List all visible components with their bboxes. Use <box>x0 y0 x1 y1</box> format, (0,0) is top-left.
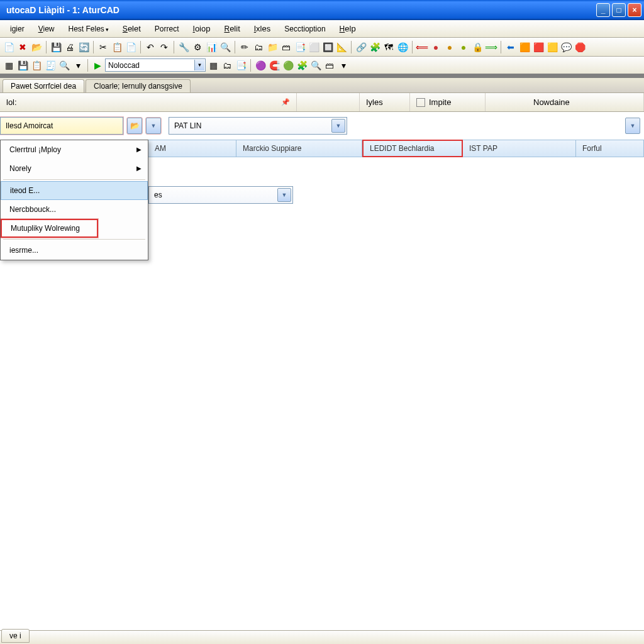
right-combo-value: PAT LIN <box>174 121 201 130</box>
menu-divider <box>3 239 145 240</box>
tool-ball3-icon[interactable]: ● <box>457 41 470 53</box>
filter-pin-icon[interactable]: 📌 <box>281 98 290 106</box>
secondary-combo[interactable]: es ▼ <box>148 186 293 204</box>
tool-nav2-icon[interactable]: ⟹ <box>485 41 497 53</box>
tool-cut-icon[interactable]: ✂ <box>97 41 109 53</box>
tool-save-icon[interactable]: 💾 <box>50 41 62 53</box>
tb2-icon2[interactable]: 💾 <box>16 59 29 72</box>
tool-nav5-icon[interactable]: 🟥 <box>532 41 545 53</box>
menu-item-clerrtrul[interactable]: Clerrtrul ¡Mploy▶ <box>1 140 148 159</box>
tool-misc2-icon[interactable]: ⚙ <box>191 41 204 53</box>
menu-item-nercbbouck[interactable]: Nercbbouck... <box>1 200 148 219</box>
tool-open-icon[interactable]: 📂 <box>30 41 43 53</box>
menu-item-norely[interactable]: Norely▶ <box>1 159 148 178</box>
tool-misc4-icon[interactable]: 🔍 <box>219 41 231 53</box>
tool-misc16-icon[interactable]: 🌐 <box>396 41 409 53</box>
tool-misc13-icon[interactable]: 🔗 <box>355 41 367 53</box>
tool-misc5-icon[interactable]: ✏ <box>238 41 251 53</box>
menu-item-7[interactable]: Ixles <box>248 21 277 36</box>
tool-lock-icon[interactable]: 🔒 <box>471 41 484 53</box>
tb2-icon3[interactable]: 📋 <box>30 59 43 72</box>
filter-impite-label[interactable]: Impite <box>429 97 451 107</box>
menu-item-8[interactable]: Secctioption <box>278 21 331 36</box>
tb2-icon15[interactable]: 🗃 <box>323 59 336 72</box>
menu-item-6[interactable]: Relit <box>218 21 246 36</box>
menu-item-5[interactable]: Ioiop <box>187 21 217 36</box>
tb2-icon4[interactable]: 🧾 <box>44 59 57 72</box>
tool-undo-icon[interactable]: ↶ <box>144 41 157 53</box>
tool-misc11-icon[interactable]: 🔲 <box>321 41 334 53</box>
tool-misc9-icon[interactable]: 📑 <box>294 41 306 53</box>
tb2-arrow2-icon[interactable]: ▾ <box>337 59 350 72</box>
left-combo-highlighted[interactable]: Ilesd Amoircat <box>0 117 123 135</box>
tb2-icon13[interactable]: 🧩 <box>296 59 308 72</box>
col-am[interactable]: AM <box>148 140 236 157</box>
tool-ball2-icon[interactable]: ● <box>443 41 456 53</box>
tool-misc12-icon[interactable]: 📐 <box>335 41 348 53</box>
tool-nav3-icon[interactable]: ⬅ <box>504 41 517 53</box>
menu-item-mutupliky-highlighted[interactable]: Mutupliky Wolrewing <box>1 219 98 238</box>
menu-item-1[interactable]: View <box>32 21 61 36</box>
tb2-icon8[interactable]: 🗂 <box>221 59 233 72</box>
tb2-icon1[interactable]: ▦ <box>3 59 15 72</box>
layer-combo-value: Noloccad <box>108 61 140 70</box>
menu-item-3[interactable]: Selet <box>116 21 147 36</box>
filter-nowdaine-label[interactable]: Nowdaine <box>533 97 570 107</box>
tool-delete-icon[interactable]: ✖ <box>16 41 29 53</box>
layer-combo[interactable]: Noloccad ▼ <box>105 58 206 72</box>
menu-item-2[interactable]: Hest Feles▾ <box>62 21 115 36</box>
tool-redo-icon[interactable]: ↷ <box>158 41 170 53</box>
secondary-combo-value: es <box>154 191 162 199</box>
tool-print-icon[interactable]: 🖨 <box>64 41 76 53</box>
tool-misc1-icon[interactable]: 🔧 <box>177 41 190 53</box>
tool-refresh-icon[interactable]: 🔄 <box>77 41 90 53</box>
tool-misc6-icon[interactable]: 🗂 <box>252 41 265 53</box>
tool-misc15-icon[interactable]: 🗺 <box>382 41 395 53</box>
bottom-tab[interactable]: ve i <box>1 629 30 643</box>
menu-item-0[interactable]: igier <box>4 21 31 36</box>
tool-ball1-icon[interactable]: ● <box>430 41 442 53</box>
tb2-icon12[interactable]: 🟢 <box>282 59 294 72</box>
tool-misc3-icon[interactable]: 📊 <box>205 41 218 53</box>
col-forful[interactable]: Forful <box>576 140 644 157</box>
far-right-dropdown-button[interactable]: ▼ <box>625 118 640 134</box>
tb2-icon7[interactable]: ▦ <box>207 59 219 72</box>
tb2-icon5[interactable]: 🔍 <box>58 59 70 72</box>
maximize-button[interactable]: □ <box>612 3 626 17</box>
tool-misc14-icon[interactable]: 🧩 <box>369 41 381 53</box>
left-combo-dropdown-button[interactable]: ▼ <box>146 118 161 134</box>
dropdown-menu: Clerrtrul ¡Mploy▶ Norely▶ iteod E... Ner… <box>0 140 148 260</box>
tb2-icon14[interactable]: 🔍 <box>309 59 322 72</box>
col-istpap[interactable]: IST PAP <box>463 140 576 157</box>
menu-item-iteod[interactable]: iteod E... <box>1 181 148 200</box>
tool-paste-icon[interactable]: 📄 <box>125 41 137 53</box>
col-ledidt-highlighted[interactable]: LEDIDT Bechlardia <box>362 140 463 157</box>
right-combo[interactable]: PAT LIN ▼ <box>169 117 347 135</box>
filter-iyles-label[interactable]: Iyles <box>366 97 383 107</box>
close-button[interactable]: × <box>628 3 641 17</box>
tb2-icon6[interactable]: ▶ <box>91 59 104 72</box>
toolbar-secondary: ▦ 💾 📋 🧾 🔍 ▾ ▶ Noloccad ▼ ▦ 🗂 📑 🟣 🧲 🟢 🧩 🔍… <box>0 57 644 74</box>
menu-item-4[interactable]: Porrect <box>148 21 186 36</box>
menu-item-9[interactable]: Help <box>333 21 362 36</box>
tab-1[interactable]: Pawet Sorrfciel dea <box>3 79 84 92</box>
menu-item-iesrme[interactable]: iesrme... <box>1 241 148 260</box>
minimize-button[interactable]: _ <box>596 3 610 17</box>
tb2-icon10[interactable]: 🟣 <box>254 59 267 72</box>
tool-nav6-icon[interactable]: 🟨 <box>546 41 558 53</box>
tool-comment-icon[interactable]: 💬 <box>560 41 572 53</box>
col-marckio[interactable]: Marckio Suppiare <box>236 140 362 157</box>
tool-stop-icon[interactable]: 🛑 <box>574 41 586 53</box>
tb2-arrow-icon[interactable]: ▾ <box>72 59 84 72</box>
tool-nav1-icon[interactable]: ⟸ <box>416 41 428 53</box>
tool-nav4-icon[interactable]: 🟧 <box>518 41 531 53</box>
tool-misc10-icon[interactable]: ⬜ <box>308 41 320 53</box>
tool-misc8-icon[interactable]: 🗃 <box>280 41 292 53</box>
tool-misc7-icon[interactable]: 📁 <box>266 41 279 53</box>
tool-copy-icon[interactable]: 📋 <box>111 41 123 53</box>
tab-2[interactable]: Cloarle; Iernully dansgsive <box>86 79 191 92</box>
tb2-icon9[interactable]: 📑 <box>235 59 247 72</box>
left-combo-icon-button[interactable]: 📂 <box>127 118 142 134</box>
tb2-icon11[interactable]: 🧲 <box>268 59 280 72</box>
tool-new-icon[interactable]: 📄 <box>3 41 15 53</box>
